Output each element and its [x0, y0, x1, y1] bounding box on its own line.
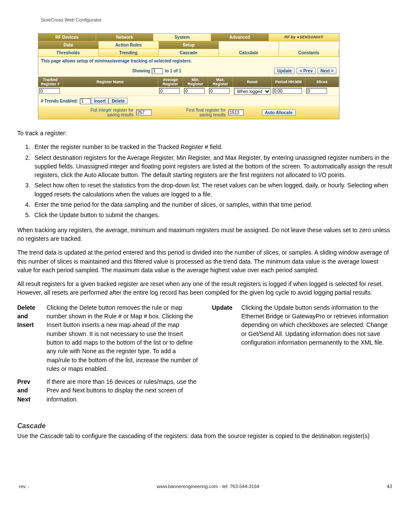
auto-allocate-button[interactable]: Auto Allocate: [262, 109, 296, 116]
showing-label: Showing: [132, 68, 150, 73]
def-term-update: Update: [212, 303, 237, 347]
update-button[interactable]: Update: [274, 68, 295, 74]
tracked-register-input[interactable]: [39, 88, 60, 94]
sub-tabs-2: Thresholds Trending Cascade Calculate Co…: [38, 49, 339, 57]
allocate-row: Fist integer register for saving results…: [38, 106, 339, 119]
slices-input[interactable]: [306, 88, 327, 94]
text-span: Use the: [17, 432, 40, 439]
page-footer: rev. - www.bannerengineering.com - tel: …: [17, 484, 394, 489]
paging-row: Showing to 1 of 1 Update < Prev Next >: [38, 65, 339, 77]
list-item: Enter the register number to be tracked …: [32, 143, 394, 151]
float-register-input[interactable]: [228, 109, 244, 115]
def-text-delete-insert: Clicking the Delete button removes the r…: [47, 303, 199, 373]
table-header: Tracked Register # Register Name Average…: [38, 77, 339, 87]
tab-empty-1: [219, 41, 279, 49]
tab-data[interactable]: Data: [38, 41, 99, 49]
tab-action-rules[interactable]: Action Rules: [99, 41, 159, 49]
col-tracked: Tracked Register #: [38, 77, 62, 87]
col-min: Min. Register: [183, 77, 208, 87]
trends-row: # Trends Enabled: Insert Delete: [38, 96, 339, 106]
showing-suffix: to 1 of 1: [165, 68, 181, 73]
intro-text: To track a register:: [17, 129, 394, 137]
brand-label: RF by ●SENSONIX®: [269, 34, 339, 41]
int-register-label: Fist integer register for saving results: [82, 108, 134, 117]
showing-input[interactable]: [152, 68, 163, 74]
int-register-input[interactable]: [136, 109, 152, 115]
cascade-heading: Cascade: [17, 421, 394, 431]
insert-button[interactable]: Insert: [91, 98, 109, 104]
tab-constants[interactable]: Constants: [279, 49, 339, 57]
col-reset: Reset: [233, 77, 272, 87]
paragraph: All result registers for a given tracked…: [17, 280, 394, 297]
def-text-update: Clicking the Update button sends informa…: [241, 303, 394, 347]
page-description: This page allows setup of min/max/averag…: [38, 57, 339, 65]
register-name-cell: [62, 88, 158, 95]
app-window: RF Devices Network System Advanced RF by…: [38, 33, 339, 119]
reset-select[interactable]: When logged: [234, 88, 271, 95]
text-span: tab to configure the cascading of the re…: [63, 432, 370, 439]
sub-tabs-1: Data Action Rules Setup: [38, 41, 339, 49]
list-item: Enter the time period for the data sampl…: [32, 200, 394, 209]
list-item: Click the Update button to submit the ch…: [32, 211, 394, 219]
list-item: Select how often to reset the statistics…: [32, 181, 394, 199]
footer-rev: rev. -: [19, 484, 29, 489]
main-tabs: RF Devices Network System Advanced RF by…: [38, 34, 339, 41]
list-item: Select destination registers for the Ave…: [32, 153, 394, 180]
def-term-prev-next: Prev and Next: [17, 377, 42, 404]
tab-setup[interactable]: Setup: [159, 41, 219, 49]
tab-trending[interactable]: Trending: [99, 49, 159, 57]
table-row: When logged: [38, 87, 339, 96]
tab-calculate[interactable]: Calculate: [219, 49, 279, 57]
avg-register-input[interactable]: [159, 88, 180, 94]
text-italic: Cascade: [40, 432, 63, 439]
delete-button[interactable]: Delete: [109, 98, 128, 104]
paragraph: The trend data is updated at the period …: [17, 248, 394, 274]
tab-empty-2: [279, 41, 339, 49]
def-term-delete-insert: Delete and Insert: [17, 303, 42, 373]
tab-advanced[interactable]: Advanced: [211, 34, 269, 41]
cascade-paragraph: Use the Cascade tab to configure the cas…: [17, 432, 394, 440]
col-period: Period HH:MM: [272, 77, 305, 87]
float-register-label: First float register for saving results: [174, 108, 226, 117]
footer-page: 43: [387, 484, 392, 489]
next-button[interactable]: Next >: [318, 68, 336, 74]
document-body: To track a register: Enter the register …: [17, 129, 394, 441]
definitions: Delete and Insert Clicking the Delete bu…: [17, 303, 394, 408]
period-input[interactable]: [273, 88, 302, 94]
tab-cascade[interactable]: Cascade: [159, 49, 219, 57]
doc-header: SureCross Web Configurator: [41, 17, 394, 22]
col-register-name: Register Name: [62, 77, 158, 87]
trends-enabled-label: # Trends Enabled:: [41, 99, 78, 103]
col-max: Max. Register: [208, 77, 233, 87]
tab-network[interactable]: Network: [96, 34, 154, 41]
max-register-input[interactable]: [209, 88, 230, 94]
tab-system[interactable]: System: [153, 34, 211, 41]
footer-site: www.bannerengineering.com - tel: 763-544…: [157, 484, 259, 489]
def-text-prev-next: If there are more than 16 devices or rul…: [47, 377, 199, 404]
tab-rf-devices[interactable]: RF Devices: [38, 34, 96, 41]
col-avg: Average Register: [158, 77, 183, 87]
steps-list: Enter the register number to be tracked …: [32, 143, 394, 219]
paragraph: When tracking any registers, the average…: [17, 226, 394, 243]
trends-enabled-input[interactable]: [80, 98, 91, 104]
prev-button[interactable]: < Prev: [296, 68, 315, 74]
col-slices: Slices: [305, 77, 339, 87]
min-register-input[interactable]: [184, 88, 205, 94]
tab-thresholds[interactable]: Thresholds: [38, 49, 99, 57]
